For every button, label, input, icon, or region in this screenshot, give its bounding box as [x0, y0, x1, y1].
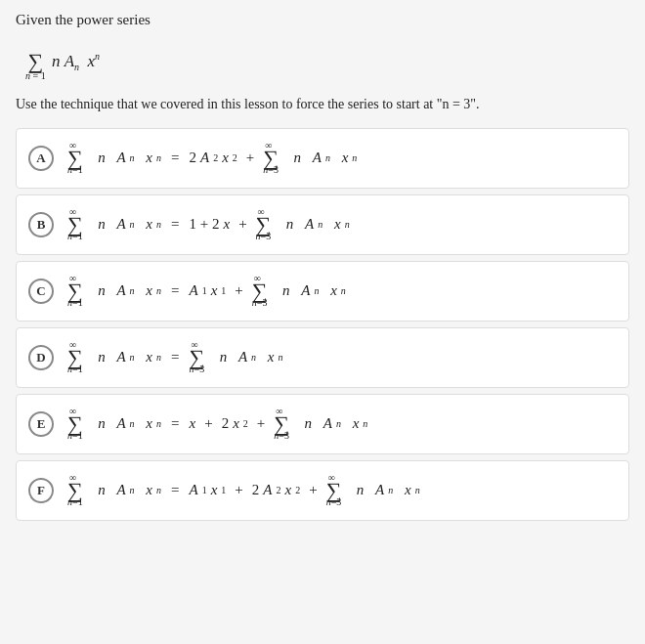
page-title: Given the power series	[16, 12, 629, 28]
option-b-circle[interactable]: B	[28, 212, 54, 237]
option-e-content: ∞ ∑ n=1 n An xn = x + 2x2 + ∞ ∑ n=3 n An…	[67, 411, 617, 437]
option-d[interactable]: D ∞ ∑ n=1 n An xn = ∞ ∑ n=3 n An xn	[16, 327, 629, 388]
main-series: ∞ ∑ n = 1 n An xn	[23, 36, 629, 81]
option-e-circle[interactable]: E	[28, 411, 54, 437]
option-b-content: ∞ ∑ n=1 n An xn = 1 + 2x + ∞ ∑ n=3 n An …	[67, 212, 617, 237]
option-f-content: ∞ ∑ n=1 n An xn = A1x1 + 2A2x2 + ∞ ∑ n=3…	[67, 478, 617, 503]
option-e[interactable]: E ∞ ∑ n=1 n An xn = x + 2x2 + ∞ ∑ n=3	[16, 394, 629, 454]
option-f-circle[interactable]: F	[28, 478, 54, 503]
options-container: A ∞ ∑ n=1 n An xn = 2A2x2 + ∞ ∑ n=3	[16, 128, 629, 527]
option-f[interactable]: F ∞ ∑ n=1 n An xn = A1x1 + 2A2x2 + ∞ ∑	[16, 460, 629, 521]
option-c[interactable]: C ∞ ∑ n=1 n An xn = A1x1 + ∞ ∑ n=3	[16, 261, 629, 322]
option-b[interactable]: B ∞ ∑ n=1 n An xn = 1 + 2x + ∞ ∑ n=3	[16, 194, 629, 255]
option-a[interactable]: A ∞ ∑ n=1 n An xn = 2A2x2 + ∞ ∑ n=3	[16, 128, 629, 189]
option-d-circle[interactable]: D	[28, 345, 54, 370]
option-a-circle[interactable]: A	[28, 146, 54, 171]
option-d-content: ∞ ∑ n=1 n An xn = ∞ ∑ n=3 n An xn	[67, 345, 617, 370]
instruction-text: Use the technique that we covered in thi…	[16, 95, 629, 114]
option-c-circle[interactable]: C	[28, 279, 54, 304]
option-c-content: ∞ ∑ n=1 n An xn = A1x1 + ∞ ∑ n=3 n An xn	[67, 279, 617, 304]
option-a-content: ∞ ∑ n=1 n An xn = 2A2x2 + ∞ ∑ n=3 n An x…	[67, 146, 617, 171]
